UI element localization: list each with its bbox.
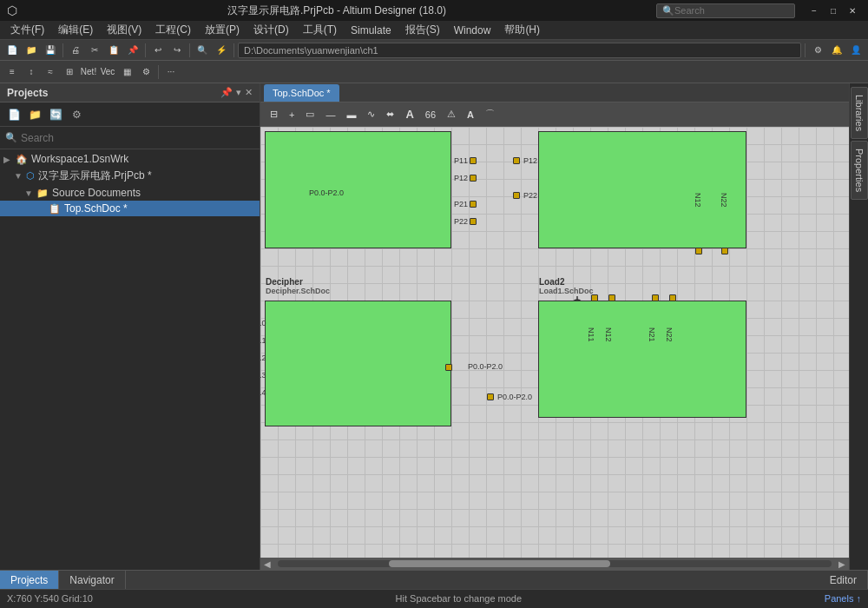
save-btn[interactable]: 💾 — [42, 42, 59, 59]
tb2-8[interactable]: ⚙ — [137, 63, 155, 81]
add-port-btn[interactable]: + — [285, 105, 299, 124]
tb2-5[interactable]: Net! — [80, 63, 97, 81]
copy-btn[interactable]: 📋 — [105, 42, 122, 59]
tb2-4[interactable]: ⊞ — [61, 63, 78, 81]
load2-top-pin1 — [591, 294, 598, 301]
scroll-right-arrow[interactable]: ▶ — [838, 559, 845, 569]
dec-p12-label: P1.2 — [260, 354, 266, 362]
display-bot-pin1 — [695, 248, 702, 254]
tb2-1[interactable]: ≡ — [3, 63, 21, 81]
panels-button[interactable]: Panels ↑ — [825, 593, 861, 604]
tb2-9[interactable]: ··· — [162, 63, 180, 81]
scroll-left-arrow[interactable]: ◀ — [264, 559, 271, 569]
dec-pin-p11: P1.1 — [260, 336, 266, 345]
panel-close-button[interactable]: ✕ — [245, 87, 253, 98]
filter-icon[interactable]: ⊟ — [266, 105, 282, 124]
add-file-btn[interactable]: 📄 — [5, 106, 23, 123]
print-btn[interactable]: 🖨 — [67, 42, 84, 59]
paste-btn[interactable]: 📌 — [124, 42, 141, 59]
menubar-item-c[interactable]: 工程(C) — [148, 21, 198, 39]
editor-tab[interactable]: Editor — [819, 571, 868, 589]
tb2-7[interactable]: ▦ — [118, 63, 135, 81]
navigator-bottom-tab[interactable]: Navigator — [59, 571, 125, 589]
dec-p11-label: P1.1 — [260, 336, 266, 345]
search-input[interactable] — [674, 5, 779, 16]
schematic-canvas[interactable]: Load1 Load1.SchDoc P0.0-P2.0 P11 P12 P21 — [260, 127, 849, 558]
panel-search-input[interactable] — [21, 132, 254, 144]
rect-btn[interactable]: ▭ — [301, 105, 319, 124]
canvas-scrollbar[interactable]: ◀ ▶ — [260, 558, 849, 570]
redo-btn[interactable]: ↪ — [168, 42, 186, 59]
user-btn[interactable]: 👤 — [847, 42, 865, 59]
top-schdoc-tab[interactable]: Top.SchDoc * — [264, 84, 339, 102]
main-area: Projects 📌 ▾ ✕ 📄 📁 🔄 ⚙ 🔍 ▶ 🏠 Workspace1.… — [0, 83, 868, 570]
properties-tab[interactable]: Properties — [851, 141, 868, 200]
dec-pin-p13: P1.3 — [260, 371, 266, 380]
libraries-tab[interactable]: Libraries — [851, 87, 868, 139]
warn-btn[interactable]: ⚠ — [443, 105, 460, 124]
coordinates: X:760 Y:540 Grid:10 — [7, 593, 93, 604]
display-p22-label: P22 — [523, 191, 537, 200]
scroll-track — [278, 560, 832, 567]
menu-button[interactable]: ▾ — [236, 87, 241, 98]
menubar-item-e[interactable]: 编辑(E) — [51, 21, 100, 39]
menubar-item-t[interactable]: 工具(T) — [296, 21, 344, 39]
text-btn[interactable]: A — [463, 105, 478, 124]
tb2-2[interactable]: ↕ — [23, 63, 40, 81]
maximize-button[interactable]: □ — [825, 3, 842, 18]
source-docs-arrow: ▼ — [24, 188, 35, 198]
open-btn[interactable]: 📁 — [23, 42, 40, 59]
project-icon: ⬡ — [26, 170, 35, 182]
menubar-item-f[interactable]: 文件(F) — [3, 21, 51, 39]
add-folder-btn[interactable]: 📁 — [26, 106, 43, 123]
net-btn[interactable]: ⚙ — [809, 42, 826, 59]
sep5 — [805, 43, 806, 57]
tb2-6[interactable]: Vec — [99, 63, 116, 81]
menubar-item-v[interactable]: 视图(V) — [100, 21, 148, 39]
search-box[interactable]: 🔍 — [656, 3, 795, 18]
decipher-block: Decipher Decipher.SchDoc P1.0 P1.1 P1.2 — [265, 301, 451, 426]
workspace-item[interactable]: ▶ 🏠 Workspace1.DsnWrk — [0, 151, 260, 167]
project-tree: ▶ 🏠 Workspace1.DsnWrk ▼ ⬡ 汉字显示屏电路.PrjPcb… — [0, 149, 260, 570]
load1-pin-p22: P22 — [454, 217, 477, 226]
source-docs-item[interactable]: ▼ 📁 Source Documents — [0, 185, 260, 201]
canvas-area: Top.SchDoc * ⊟ + ▭ — ▬ ∿ ⬌ A 66 ⚠ A ⌒ Lo… — [260, 83, 849, 570]
load1-pin-p11: P11 — [454, 156, 477, 165]
settings-btn[interactable]: ⚙ — [68, 106, 85, 123]
load2-top-pin3 — [652, 294, 659, 301]
projects-bottom-tab[interactable]: Projects — [0, 571, 59, 589]
titlebar: ⬡ 汉字显示屏电路.PrjPcb - Altium Designer (18.0… — [0, 0, 868, 21]
zoom-btn[interactable]: 🔍 — [194, 42, 211, 59]
comp-btn[interactable]: ▬ — [342, 105, 360, 124]
alert-btn[interactable]: 🔔 — [828, 42, 845, 59]
app-icons: ⬡ — [7, 3, 17, 17]
menubar-item-h[interactable]: 帮助(H) — [497, 21, 547, 39]
wire-btn[interactable]: ∿ — [363, 105, 379, 124]
load1-pin-p21: P21 — [454, 200, 477, 208]
scroll-thumb[interactable] — [389, 560, 610, 567]
refresh-btn[interactable]: 🔄 — [47, 106, 64, 123]
project-item[interactable]: ▼ ⬡ 汉字显示屏电路.PrjPcb * — [0, 167, 260, 185]
top-schdoc-item[interactable]: ▶ 📋 Top.SchDoc * — [0, 201, 260, 216]
dec-p10-label: P1.0 — [260, 319, 266, 327]
label-a[interactable]: A — [401, 105, 418, 124]
menubar-item-d[interactable]: 设计(D) — [247, 21, 296, 39]
close-button[interactable]: ✕ — [844, 3, 861, 18]
menubar-item-simulate[interactable]: Simulate — [344, 23, 398, 38]
filter-btn[interactable]: ⚡ — [213, 42, 230, 59]
menubar-item-s[interactable]: 报告(S) — [398, 21, 447, 39]
bus-btn[interactable]: ⬌ — [382, 105, 398, 124]
line-btn[interactable]: — — [321, 105, 339, 124]
menubar-item-p[interactable]: 放置(P) — [198, 21, 247, 39]
num-btn[interactable]: 66 — [421, 105, 440, 124]
cut-btn[interactable]: ✂ — [86, 42, 103, 59]
path-display: D:\Documents\yuanwenjian\ch1 — [238, 43, 801, 58]
tb2-3[interactable]: ≈ — [42, 63, 59, 81]
new-btn[interactable]: 📄 — [3, 42, 21, 59]
arc-btn[interactable]: ⌒ — [481, 105, 499, 124]
pin-button[interactable]: 📌 — [220, 87, 233, 98]
menubar-item-window[interactable]: Window — [447, 23, 498, 38]
status-message: Hit Spacebar to change mode — [396, 593, 523, 604]
undo-btn[interactable]: ↩ — [149, 42, 167, 59]
minimize-button[interactable]: − — [806, 3, 823, 18]
